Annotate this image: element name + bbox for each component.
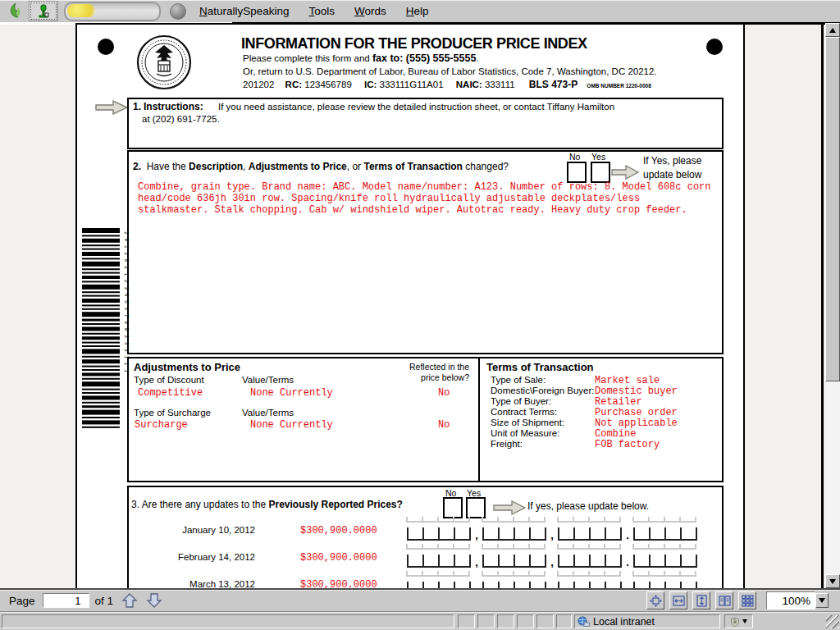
section1-number: 1.	[133, 101, 141, 112]
thumbnails-button[interactable]	[738, 591, 756, 609]
terms-row-label: Size of Shipment:	[491, 418, 564, 427]
dragon-menubar: NaturallySpeaking Tools Words Help	[0, 0, 840, 23]
price-entry-group[interactable]	[482, 555, 546, 568]
previous-page-button[interactable]	[121, 592, 138, 609]
page-number-input[interactable]	[43, 593, 89, 608]
menu-naturallyspeaking[interactable]: NaturallySpeaking	[199, 5, 290, 17]
rc-value: 123456789	[304, 80, 352, 89]
price-entry-fields[interactable]: , , .	[407, 582, 697, 588]
triangle-down-icon	[742, 619, 747, 623]
price-entry-fields[interactable]: , , .	[407, 527, 697, 541]
facing-pages-icon	[719, 595, 731, 607]
barcode: 201202123456789333111	[82, 228, 130, 431]
scroll-up-button[interactable]	[825, 23, 840, 37]
naic-value: 333111	[485, 80, 515, 89]
fax-number: fax to: (555) 555-5555	[372, 52, 476, 64]
price-row: March 13, 2012 $300,900.0000 , , .	[103, 579, 697, 588]
menu-words[interactable]: Words	[354, 5, 386, 17]
price-entry-group[interactable]	[633, 555, 697, 568]
status-panel	[477, 614, 495, 628]
terms-title: Terms of Transaction	[486, 361, 594, 373]
discount-reflected-value: No	[438, 387, 450, 399]
triangle-down-icon	[819, 598, 825, 603]
price-entry-group[interactable]	[407, 555, 471, 568]
price-entry-group[interactable]	[633, 527, 697, 541]
q3-bold: Previously Reported Prices?	[268, 499, 402, 510]
price-entry-group[interactable]	[407, 527, 471, 541]
fit-width-button[interactable]	[669, 591, 687, 609]
price-entry-fields[interactable]: , , .	[407, 555, 697, 568]
section2-yes-checkbox[interactable]	[591, 162, 610, 183]
price-entry-group[interactable]	[482, 582, 546, 588]
terms-row-value: FOB factory	[595, 439, 660, 450]
terms-row-label: Freight:	[491, 439, 523, 449]
protected-mode-panel[interactable]	[724, 614, 753, 628]
omb-number: OMB NUMBER 1220-0008	[587, 83, 651, 89]
fit-page-button[interactable]	[646, 591, 664, 609]
local-intranet-icon	[578, 616, 590, 628]
price-entry-group[interactable]	[558, 555, 622, 568]
q-adjustments: Adjustments to Price	[249, 161, 347, 172]
section2-note-line2: update below	[643, 169, 701, 180]
q-mid1: ,	[243, 161, 249, 172]
q-description: Description	[189, 161, 243, 172]
price-entry-group[interactable]	[558, 582, 622, 588]
section2-no-checkbox[interactable]	[567, 162, 587, 183]
dragon-flame-icon	[7, 2, 24, 20]
reported-price: $300,900.0000	[300, 579, 392, 588]
price-entry-group[interactable]	[558, 527, 622, 541]
form-number: BLS 473-P	[529, 79, 578, 90]
price-entry-group[interactable]	[482, 527, 546, 541]
discount-terms-label: Value/Terms	[242, 375, 294, 385]
section3-number: 3.	[131, 499, 139, 510]
fit-width-icon	[673, 595, 685, 607]
section3-no-checkbox[interactable]	[443, 497, 463, 518]
q3-pre: Are there any updates to the	[142, 499, 269, 510]
reflected-label-2: price below?	[360, 372, 469, 382]
reflected-label-1: Reflected in the	[360, 362, 469, 372]
comb-separator: .	[622, 558, 633, 568]
fax-suffix: .	[476, 53, 478, 63]
scroll-down-button[interactable]	[825, 574, 840, 588]
vertical-scrollbar[interactable]	[825, 23, 840, 588]
terms-row-label: Type of Buyer:	[491, 396, 551, 406]
price-row: February 14, 2012 $300,900.0000 , , .	[103, 552, 697, 568]
status-panel	[536, 614, 554, 628]
comb-separator: ,	[546, 558, 558, 568]
comb-separator: ,	[546, 531, 558, 541]
dol-seal	[136, 34, 192, 90]
terms-row-value: Combine	[595, 428, 636, 440]
price-date: March 13, 2012	[103, 579, 255, 588]
page-navigation-toolbar: Page of 1	[0, 588, 840, 611]
scrollbar-thumb[interactable]	[825, 37, 840, 381]
facing-pages-button[interactable]	[715, 591, 733, 609]
q-mid2: , or	[347, 161, 364, 172]
section1-text-line1: If you need assistance, please review th…	[218, 102, 614, 112]
arrow-right-icon	[611, 165, 639, 180]
return-address-line: Or, return to U.S. Department of Labor, …	[243, 66, 657, 76]
comb-separator: ,	[471, 531, 482, 541]
fit-visible-button[interactable]	[692, 591, 710, 609]
price-entry-group[interactable]	[407, 582, 471, 588]
section3-yes-checkbox[interactable]	[466, 497, 486, 518]
resize-grip[interactable]	[826, 615, 839, 628]
fit-page-icon	[650, 595, 662, 607]
price-entry-group[interactable]	[633, 582, 697, 588]
terms-row-value: Domestic buyer	[595, 386, 678, 397]
zoom-control[interactable]: 100%	[766, 591, 815, 609]
status-panel	[556, 614, 572, 628]
q-pre: Have the	[147, 161, 189, 172]
microphone-icon	[36, 4, 51, 19]
zoom-dropdown-button[interactable]	[815, 593, 829, 608]
page-count-label: of 1	[95, 595, 114, 607]
surcharge-terms-label: Value/Terms	[242, 408, 294, 418]
next-page-button[interactable]	[146, 592, 162, 609]
section2-yes-label: Yes	[591, 152, 605, 162]
menu-tools[interactable]: Tools	[309, 5, 336, 17]
menu-help[interactable]: Help	[406, 5, 429, 17]
item-description: Combine, grain type. Brand name: ABC. Mo…	[138, 181, 714, 216]
section2-note-line1: If Yes, please	[643, 155, 701, 167]
arrow-right-icon	[95, 99, 128, 116]
microphone-button[interactable]	[29, 1, 58, 21]
fax-line: Please complete this form and fax to: (5…	[243, 52, 479, 64]
